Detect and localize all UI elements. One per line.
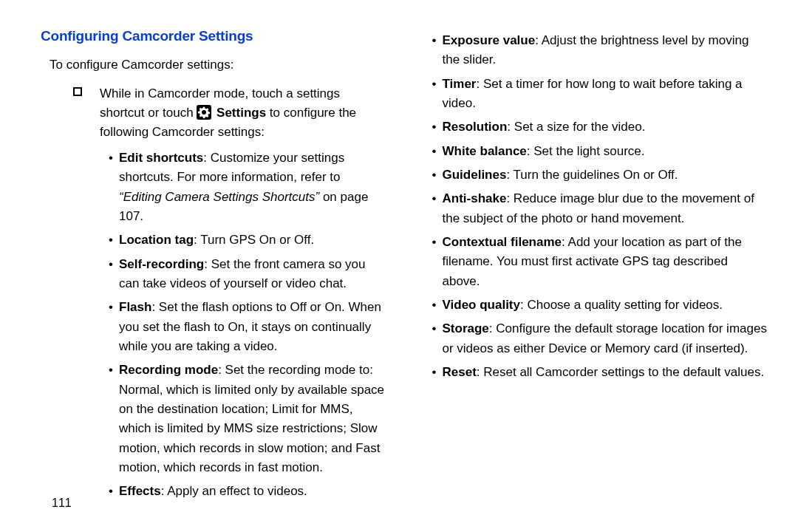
list-item: Exposure value: Adjust the brightness le… xyxy=(432,31,769,70)
item-text: : Choose a quality setting for videos. xyxy=(520,298,723,312)
settings-list-right: Exposure value: Adjust the brightness le… xyxy=(423,31,769,383)
item-text: : Configure the default storage location… xyxy=(443,321,767,355)
page-number: 111 xyxy=(52,494,72,513)
item-label: Resolution xyxy=(443,120,508,134)
list-item: White balance: Set the light source. xyxy=(432,142,769,161)
list-item: Video quality: Choose a quality setting … xyxy=(432,296,769,315)
item-label: Guidelines xyxy=(443,168,507,182)
item-label: Location tag xyxy=(119,233,194,247)
list-item: Resolution: Set a size for the video. xyxy=(432,117,769,137)
columns: Configuring Camcorder Settings To config… xyxy=(41,25,768,506)
item-text: : Turn GPS On or Off. xyxy=(194,233,314,247)
list-item: Contextual filename: Add your location a… xyxy=(432,233,769,291)
gear-icon xyxy=(197,105,211,120)
square-bullet-icon xyxy=(73,87,82,96)
settings-label: Settings xyxy=(216,106,266,120)
item-label: Exposure value xyxy=(443,33,536,47)
item-label: Self-recording xyxy=(119,257,204,271)
list-item: Storage: Configure the default storage l… xyxy=(432,319,769,358)
item-label: Video quality xyxy=(443,298,521,312)
right-column: Exposure value: Adjust the brightness le… xyxy=(423,25,769,506)
item-text: : Apply an effect to videos. xyxy=(161,484,307,498)
item-text: : Set the flash options to Off or On. Wh… xyxy=(119,300,381,353)
item-label: Edit shortcuts xyxy=(119,151,203,165)
left-column: Configuring Camcorder Settings To config… xyxy=(41,25,386,506)
item-label: Reset xyxy=(443,365,477,379)
item-label: Flash xyxy=(119,300,151,314)
item-ref: “Editing Camera Settings Shortcuts” xyxy=(119,190,319,204)
item-label: White balance xyxy=(443,144,527,158)
item-text: : Set the recording mode to: Normal, whi… xyxy=(119,363,384,474)
settings-list-left: Edit shortcuts: Customize your settings … xyxy=(41,149,386,502)
list-item: Reset: Reset all Camcorder settings to t… xyxy=(432,363,769,382)
list-item: Effects: Apply an effect to videos. xyxy=(109,482,386,501)
list-item: Anti-shake: Reduce image blur due to the… xyxy=(432,189,769,228)
item-text: : Set the light source. xyxy=(527,144,645,158)
item-text: : Set a size for the video. xyxy=(507,120,645,134)
item-label: Effects xyxy=(119,484,161,498)
manual-page: Configuring Camcorder Settings To config… xyxy=(0,0,798,532)
step-1: While in Camcorder mode, touch a setting… xyxy=(73,84,386,143)
list-item: Recording mode: Set the recording mode t… xyxy=(109,361,386,477)
list-item: Flash: Set the flash options to Off or O… xyxy=(109,298,386,356)
item-label: Timer xyxy=(443,77,477,91)
svg-point-0 xyxy=(202,111,206,115)
intro-text: To configure Camcorder settings: xyxy=(50,55,386,75)
list-item: Guidelines: Turn the guidelines On or Of… xyxy=(432,166,769,185)
item-label: Storage xyxy=(443,321,489,335)
item-label: Anti-shake xyxy=(443,191,507,205)
item-label: Recording mode xyxy=(119,363,218,377)
list-item: Self-recording: Set the front camera so … xyxy=(109,255,386,294)
section-heading: Configuring Camcorder Settings xyxy=(41,25,386,47)
item-label: Contextual filename xyxy=(443,235,562,249)
item-text: : Set a timer for how long to wait befor… xyxy=(443,77,743,110)
list-item: Timer: Set a timer for how long to wait … xyxy=(432,75,769,114)
list-item: Location tag: Turn GPS On or Off. xyxy=(109,231,386,250)
item-text: : Turn the guidelines On or Off. xyxy=(506,168,678,182)
item-text: : Reset all Camcorder settings to the de… xyxy=(477,365,764,379)
list-item: Edit shortcuts: Customize your settings … xyxy=(109,149,386,226)
